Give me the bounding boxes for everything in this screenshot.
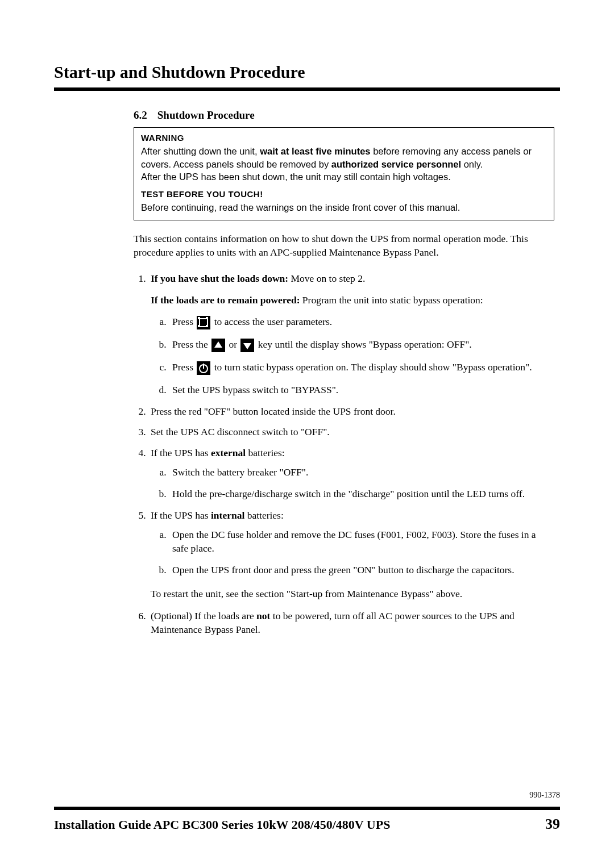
step-1d: Set the UPS bypass switch to "BYPASS". [169,383,554,397]
step-4-substeps: Switch the battery breaker "OFF". Hold t… [151,465,554,500]
warning-box: WARNING After shutting down the unit, wa… [134,127,554,220]
content-column: 6.2Shutdown Procedure WARNING After shut… [134,109,554,636]
down-arrow-icon [240,339,254,352]
test-heading: TEST BEFORE YOU TOUCH! [141,189,547,200]
warning-heading: WARNING [141,132,547,144]
step-4a: Switch the battery breaker "OFF". [169,465,554,479]
subsection-number: 6.2 [134,109,147,121]
step-5a: Open the DC fuse holder and remove the D… [169,528,554,555]
warning-paragraph-3: Before continuing, read the warnings on … [141,201,547,214]
warning-paragraph-2: After the UPS has been shut down, the un… [141,170,547,183]
step-3: Set the UPS AC disconnect switch to "OFF… [148,425,554,439]
step-5b: Open the UPS front door and press the gr… [169,563,554,577]
step-1c: Press to turn static bypass operation on… [169,360,554,375]
page-title: Start-up and Shutdown Procedure [54,62,560,82]
warning-paragraph-1: After shutting down the unit, wait at le… [141,145,547,170]
svg-marker-1 [243,343,251,349]
step-6: (Optional) If the loads are not to be po… [148,609,554,636]
subsection-heading: 6.2Shutdown Procedure [134,109,554,122]
step-5: If the UPS has internal batteries: Open … [148,508,554,601]
step-5-substeps: Open the DC fuse holder and remove the D… [151,528,554,577]
document-page: Start-up and Shutdown Procedure 6.2Shutd… [0,0,614,868]
parameters-icon [197,316,210,329]
up-arrow-icon [211,339,225,352]
step-4b: Hold the pre-charge/discharge switch in … [169,487,554,500]
step-5-note: To restart the unit, see the section "St… [151,587,554,600]
document-number: 990-1378 [529,791,560,800]
step-2: Press the red "OFF" button located insid… [148,404,554,418]
footer-page-number: 39 [545,816,560,833]
svg-marker-0 [214,341,222,348]
intro-paragraph: This section contains information on how… [134,232,554,259]
footer-rule [54,807,560,810]
step-1a: Press to access the user parameters. [169,315,554,329]
power-icon [197,361,210,375]
step-1b: Press the or key until the display shows… [169,337,554,352]
procedure-list: If you have shut the loads down: Move on… [134,272,554,636]
title-rule [54,87,560,91]
step-1-substeps: Press to access the user parameters. Pre… [151,315,554,397]
subsection-title: Shutdown Procedure [157,109,255,121]
page-footer: Installation Guide APC BC300 Series 10kW… [54,807,560,833]
step-4: If the UPS has external batteries: Switc… [148,446,554,500]
footer-title: Installation Guide APC BC300 Series 10kW… [54,817,390,832]
step-1: If you have shut the loads down: Move on… [148,272,554,397]
